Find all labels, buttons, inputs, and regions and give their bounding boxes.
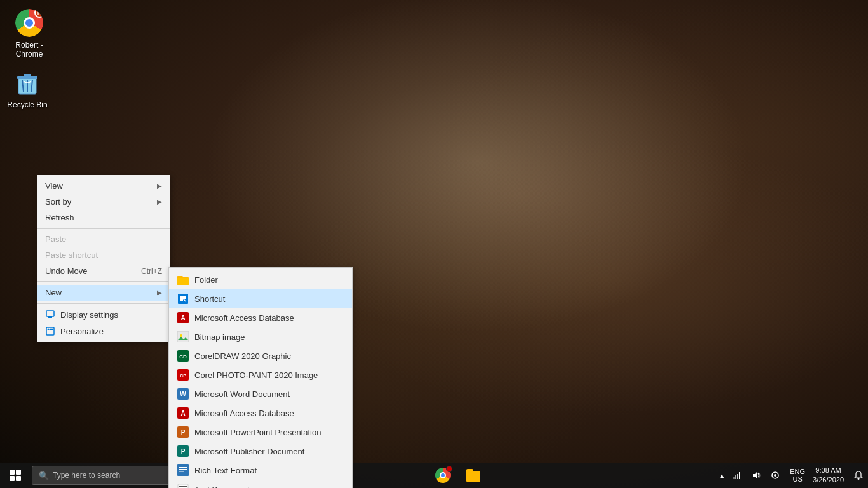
- submenu-item-access[interactable]: A Microsoft Access Database: [169, 308, 352, 327]
- svg-rect-30: [179, 471, 184, 472]
- context-menu-item-personalize[interactable]: Personalize: [37, 323, 170, 339]
- display-settings-icon: [45, 309, 55, 320]
- context-menu-item-sort-by[interactable]: Sort by ▶: [37, 194, 170, 210]
- shortcut-label: Shortcut: [194, 294, 225, 304]
- svg-point-9: [51, 329, 53, 330]
- start-icon: [10, 470, 21, 481]
- new-arrow: ▶: [157, 289, 162, 296]
- svg-rect-27: [177, 464, 189, 476]
- powerpoint-icon: P: [177, 426, 189, 438]
- svg-rect-44: [739, 472, 740, 479]
- view-arrow: ▶: [157, 182, 162, 189]
- context-menu-item-refresh[interactable]: Refresh: [37, 210, 170, 226]
- separator-1: [37, 228, 170, 229]
- taskbar-folder-icon: [466, 469, 480, 482]
- svg-rect-3: [46, 311, 54, 316]
- coreldraw-label: CorelDRAW 2020 Graphic: [194, 351, 291, 361]
- taskbar-clock[interactable]: 9:08 AM 3/26/2020: [808, 463, 849, 488]
- sort-by-arrow: ▶: [157, 198, 162, 205]
- start-button[interactable]: [0, 463, 31, 488]
- separator-2: [37, 281, 170, 282]
- submenu-item-publisher[interactable]: P Microsoft Publisher Document: [169, 442, 352, 461]
- context-menu-item-new[interactable]: New ▶: [37, 285, 170, 301]
- paste-shortcut-label: Paste shortcut: [45, 250, 98, 260]
- publisher-icon: P: [177, 445, 189, 458]
- svg-text:W: W: [180, 391, 186, 398]
- svg-point-47: [858, 478, 860, 480]
- taskbar-search[interactable]: 🔍 Type here to search: [32, 466, 172, 485]
- new-label: New: [45, 288, 62, 297]
- refresh-label: Refresh: [45, 213, 74, 222]
- context-menu-item-undo-move[interactable]: Undo Move Ctrl+Z: [37, 263, 170, 279]
- context-menu: View ▶ Sort by ▶ Refresh Paste Paste sho…: [37, 175, 170, 342]
- svg-point-46: [774, 474, 776, 477]
- paste-label: Paste: [45, 234, 66, 244]
- network-icon[interactable]: [728, 463, 747, 488]
- submenu-item-bitmap[interactable]: Bitmap image: [169, 327, 352, 346]
- tray-expand-button[interactable]: ▲: [716, 472, 728, 479]
- undo-move-label: Undo Move: [45, 266, 87, 276]
- submenu-item-access2[interactable]: A Microsoft Access Database: [169, 403, 352, 423]
- svg-rect-4: [48, 316, 52, 318]
- rtf-icon: [177, 464, 189, 477]
- lang-region: US: [793, 475, 803, 483]
- tray-extra-icon[interactable]: [766, 463, 785, 488]
- system-tray: ▲: [714, 463, 787, 488]
- separator-3: [37, 303, 170, 304]
- svg-text:P: P: [181, 429, 186, 436]
- submenu-item-coreldraw[interactable]: CD CorelDRAW 2020 Graphic: [169, 346, 352, 365]
- publisher-label: Microsoft Publisher Document: [194, 447, 304, 456]
- desktop-icon-recycle-bin[interactable]: Recycle Bin: [2, 65, 53, 112]
- folder-icon: [177, 273, 189, 286]
- svg-point-14: [180, 334, 182, 337]
- svg-text:A: A: [180, 315, 185, 322]
- submenu-item-word[interactable]: W Microsoft Word Document: [169, 384, 352, 403]
- submenu-item-shortcut[interactable]: Shortcut: [169, 289, 352, 308]
- context-menu-item-display-settings[interactable]: Display settings: [37, 306, 170, 323]
- recycle-bin-icon: [12, 67, 43, 98]
- desktop-icon-chrome[interactable]: R Robert - Chrome: [4, 5, 55, 62]
- taskbar-file-explorer[interactable]: [459, 463, 487, 488]
- language-indicator[interactable]: ENG US: [787, 468, 808, 483]
- bitmap-icon: [177, 330, 189, 343]
- svg-text:CP: CP: [180, 374, 186, 378]
- taskbar-chrome-badge: [446, 466, 452, 472]
- access-label: Microsoft Access Database: [194, 313, 294, 323]
- svg-text:CD: CD: [179, 354, 187, 360]
- taskbar-chrome[interactable]: [429, 463, 457, 488]
- volume-icon[interactable]: [747, 463, 766, 488]
- submenu-item-powerpoint[interactable]: P Microsoft PowerPoint Presentation: [169, 423, 352, 442]
- text-icon: [177, 483, 189, 488]
- desktop[interactable]: R Robert - Chrome Recycle Bin View ▶: [0, 0, 868, 488]
- chrome-icon: R: [14, 8, 44, 38]
- svg-rect-28: [179, 467, 187, 468]
- svg-rect-42: [735, 475, 736, 479]
- svg-rect-29: [179, 469, 187, 470]
- powerpoint-label: Microsoft PowerPoint Presentation: [194, 428, 321, 437]
- lang-code: ENG: [790, 468, 805, 475]
- bitmap-label: Bitmap image: [194, 332, 245, 342]
- corelphoto-icon: CP: [177, 369, 189, 381]
- submenu-item-corelphoto[interactable]: CP Corel PHOTO-PAINT 2020 Image: [169, 365, 352, 384]
- submenu-new: Folder Shortcut A Microsoft Access Datab: [168, 267, 353, 488]
- svg-rect-2: [24, 74, 31, 77]
- search-placeholder: Type here to search: [53, 471, 120, 480]
- text-label: Text Document: [194, 485, 250, 489]
- coreldraw-icon: CD: [177, 349, 189, 362]
- sort-by-label: Sort by: [45, 197, 71, 207]
- submenu-item-rich-text[interactable]: Rich Text Format: [169, 461, 352, 480]
- context-menu-item-view[interactable]: View ▶: [37, 178, 170, 194]
- svg-text:A: A: [180, 410, 185, 417]
- svg-rect-43: [737, 474, 738, 479]
- clock-time: 9:08 AM: [815, 466, 841, 475]
- access-icon: A: [177, 311, 189, 324]
- word-icon: W: [177, 388, 189, 400]
- shortcut-icon: [177, 292, 189, 305]
- notification-button[interactable]: [849, 463, 868, 488]
- submenu-item-folder[interactable]: Folder: [169, 270, 352, 289]
- view-label: View: [45, 181, 63, 191]
- submenu-item-text[interactable]: Text Document: [169, 480, 352, 488]
- svg-rect-32: [179, 486, 187, 487]
- personalize-icon: [45, 326, 55, 336]
- personalize-label: Personalize: [60, 327, 104, 336]
